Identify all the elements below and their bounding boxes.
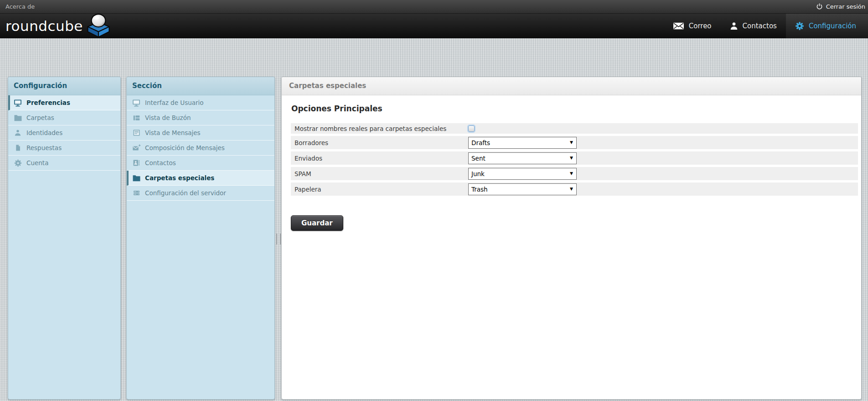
trash-folder-label: Papelera [294, 186, 468, 193]
section-item-label: Vista de Mensajes [145, 129, 201, 136]
settings-item-preferencias[interactable]: Preferencias [8, 95, 120, 110]
sent-folder-value: Sent [471, 155, 486, 162]
junk-folder-row: SPAM Junk ▼ [291, 167, 858, 180]
section-item-label: Contactos [145, 159, 176, 167]
special-folders-panel: Carpetas especiales Opciones Principales… [281, 77, 862, 400]
page-title: Carpetas especiales [282, 77, 861, 95]
special-folders-form: Opciones Principales Mostrar nombres rea… [282, 104, 861, 231]
drafts-folder-label: Borradores [294, 139, 468, 146]
task-contacts-label: Contactos [743, 22, 777, 30]
settings-item-label: Preferencias [26, 99, 70, 106]
logout-button[interactable]: Cerrar sesión [816, 3, 866, 10]
section-item-composicion[interactable]: Composición de Mensajes [127, 141, 274, 156]
task-mail[interactable]: Correo [664, 14, 721, 38]
settings-item-respuestas[interactable]: Respuestas [8, 141, 120, 156]
mailbox-view-icon [132, 114, 141, 122]
chevron-down-icon: ▼ [570, 141, 573, 145]
message-view-icon [132, 129, 141, 137]
banner: roundcube [0, 14, 868, 38]
show-real-names-label: Mostrar nombres reales para carpetas esp… [294, 125, 468, 132]
section-item-label: Carpetas especiales [145, 174, 214, 182]
chevron-down-icon: ▼ [570, 172, 573, 176]
compose-icon [132, 144, 141, 152]
drafts-folder-select[interactable]: Drafts ▼ [468, 137, 577, 149]
logo-text: roundcube [5, 18, 83, 34]
settings-item-label: Carpetas [26, 114, 54, 121]
options-heading: Opciones Principales [291, 104, 858, 113]
mail-icon [673, 22, 684, 30]
settings-item-identidades[interactable]: Identidades [8, 125, 120, 141]
chevron-down-icon: ▼ [570, 187, 573, 191]
cube-icon [85, 12, 112, 38]
document-icon [13, 144, 22, 152]
junk-folder-select[interactable]: Junk ▼ [468, 168, 577, 180]
folder-icon [13, 114, 22, 122]
settings-item-label: Identidades [26, 129, 62, 136]
save-button[interactable]: Guardar [291, 215, 343, 231]
monitor-icon [132, 99, 141, 107]
taskbar: Correo Contactos [664, 14, 868, 38]
junk-folder-label: SPAM [294, 170, 468, 177]
section-item-vista-buzon[interactable]: Vista de Buzón [127, 110, 274, 125]
show-real-names-row: Mostrar nombres reales para carpetas esp… [291, 123, 858, 134]
section-item-vista-mensajes[interactable]: Vista de Mensajes [127, 125, 274, 141]
drafts-folder-value: Drafts [471, 139, 490, 146]
drafts-folder-row: Borradores Drafts ▼ [291, 136, 858, 149]
sent-folder-select[interactable]: Sent ▼ [468, 152, 577, 164]
trash-folder-row: Papelera Trash ▼ [291, 182, 858, 196]
trash-folder-value: Trash [471, 186, 488, 193]
splitter-handle-icon [276, 234, 281, 245]
task-settings[interactable]: Configuración [786, 14, 868, 38]
server-icon [132, 189, 141, 197]
about-link[interactable]: Acerca de [5, 3, 35, 10]
roundcube-settings-screen: Acerca de Cerrar sesión roundcube [0, 0, 868, 401]
section-item-contactos[interactable]: Contactos [127, 156, 274, 171]
settings-item-cuenta[interactable]: Cuenta [8, 156, 120, 171]
section-item-label: Vista de Buzón [145, 114, 191, 121]
task-mail-label: Correo [689, 22, 712, 30]
settings-item-label: Cuenta [26, 159, 48, 167]
section-item-config-servidor[interactable]: Configuración del servidor [127, 186, 274, 201]
settings-nav-panel: Configuración Preferencias Carpetas [8, 77, 121, 400]
settings-item-label: Respuestas [26, 144, 62, 151]
section-item-interfaz[interactable]: Interfaz de Usuario [127, 95, 274, 110]
roundcube-logo: roundcube [5, 14, 112, 38]
gear-icon [13, 159, 22, 167]
power-icon [816, 3, 823, 10]
sent-folder-label: Enviados [294, 155, 468, 162]
task-contacts[interactable]: Contactos [721, 14, 786, 38]
contact-card-icon [132, 159, 141, 167]
panel-splitter[interactable] [275, 77, 281, 400]
monitor-icon [13, 99, 22, 107]
logout-label: Cerrar sesión [826, 3, 865, 10]
show-real-names-checkbox[interactable] [468, 125, 475, 132]
section-item-label: Composición de Mensajes [145, 144, 225, 151]
person-icon [730, 22, 738, 30]
section-item-label: Configuración del servidor [145, 189, 226, 197]
top-strip: Acerca de Cerrar sesión [0, 0, 868, 14]
junk-folder-value: Junk [471, 170, 485, 177]
folder-icon [132, 174, 141, 182]
person-icon [13, 129, 22, 137]
section-item-carpetas-especiales[interactable]: Carpetas especiales [127, 171, 274, 186]
gear-icon [795, 21, 804, 31]
chevron-down-icon: ▼ [570, 156, 573, 160]
section-nav-panel: Sección Interfaz de Usuario Vist [126, 77, 275, 400]
settings-item-carpetas[interactable]: Carpetas [8, 110, 120, 125]
settings-nav-title: Configuración [8, 77, 120, 95]
section-item-label: Interfaz de Usuario [145, 99, 204, 106]
task-settings-label: Configuración [809, 22, 856, 30]
section-nav-title: Sección [127, 77, 274, 95]
sent-folder-row: Enviados Sent ▼ [291, 151, 858, 165]
trash-folder-select[interactable]: Trash ▼ [468, 183, 577, 195]
